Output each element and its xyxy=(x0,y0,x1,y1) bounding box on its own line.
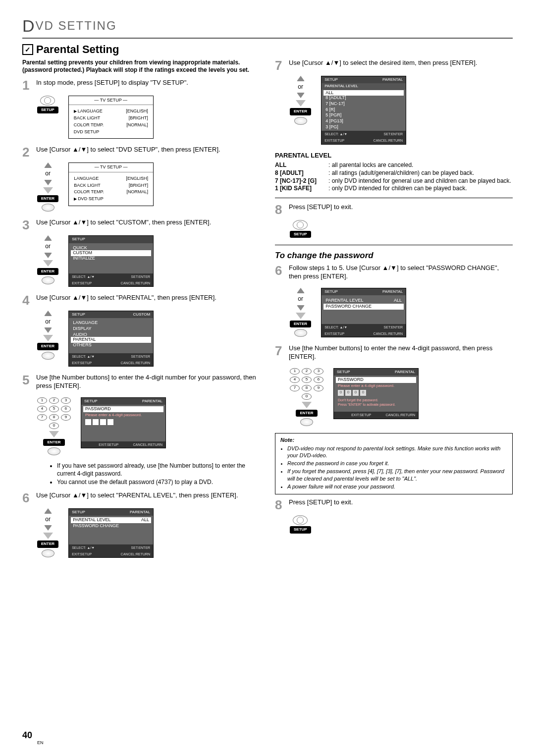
change-password-heading: To change the password xyxy=(275,250,513,261)
pwchange-osd: SETUPPARENTAL PARENTAL LEVELALL PASSWORD… xyxy=(321,288,406,337)
change-step-7: 7Use [the Number buttons] to enter the n… xyxy=(275,344,513,364)
parental-level-osd: SETUPPARENTAL PARENTAL LEVEL ALL 8 [ADUL… xyxy=(321,76,406,145)
parental-menu-osd: SETUPPARENTAL PARENTAL LEVELALL PASSWORD… xyxy=(68,508,154,558)
password-osd: SETUPPARENTAL PASSWORD Please enter a 4-… xyxy=(81,397,166,449)
note-box: Note: DVD-video may not respond to paren… xyxy=(275,433,513,494)
up-arrow-icon xyxy=(44,162,52,168)
checkbox-icon: ✓ xyxy=(22,44,33,55)
step-3: 3Use [Cursor ▲/▼] to select "CUSTOM", th… xyxy=(22,218,260,231)
step-7: 7Use [Cursor ▲/▼] to select the desired … xyxy=(275,59,513,72)
setup-button-icon: SETUP xyxy=(37,96,58,113)
step-2: 2Use [Cursor ▲/▼] to select "DVD SETUP",… xyxy=(22,146,260,159)
setup-menu-osd: SETUP QUICK CUSTOM INITIALIZE SELECT: ▲/… xyxy=(68,235,154,287)
intro-text: Parental setting prevents your children … xyxy=(22,59,260,74)
number-pad-icon: 1234567890 xyxy=(37,397,71,429)
step5-notes: If you have set password already, use [t… xyxy=(37,462,260,486)
enter-button-icon xyxy=(42,204,54,212)
step-4: 4Use [Cursor ▲/▼] to select "PARENTAL", … xyxy=(22,294,260,307)
step-1: 1 In stop mode, press [SETUP] to display… xyxy=(22,79,260,92)
parental-level-heading: PARENTAL LEVEL xyxy=(275,152,513,160)
step-6: 6Use [Cursor ▲/▼] to select "PARENTAL LE… xyxy=(22,491,260,504)
change-step-8: 8Press [SETUP] to exit. xyxy=(275,498,513,511)
section-heading: ✓ Parental Setting xyxy=(22,43,513,57)
change-step-6: 6Follow steps 1 to 5. Use [Cursor ▲/▼] t… xyxy=(275,264,513,284)
cursor-buttons: or ENTER xyxy=(37,162,58,212)
tv-setup-osd: — TV SETUP — ▶LANGUAGE[ENGLISH] BACK LIG… xyxy=(68,96,154,139)
custom-menu-osd: SETUPCUSTOM LANGUAGE DISPLAY AUDIO PAREN… xyxy=(68,311,154,367)
page-title: DVD SETTING xyxy=(22,15,513,39)
parental-level-definitions: ALL: all parental locks are canceled. 8 … xyxy=(275,162,513,192)
tv-setup-osd-2: — TV SETUP — LANGUAGE[ENGLISH] BACK LIGH… xyxy=(68,162,154,206)
step-8: 8Press [SETUP] to exit. xyxy=(275,203,513,216)
new-password-osd: SETUPPARENTAL PASSWORD Please enter a 4-… xyxy=(333,368,419,419)
step-5: 5Use [the Number buttons] to enter the 4… xyxy=(22,374,260,393)
down-arrow-icon xyxy=(44,180,52,185)
